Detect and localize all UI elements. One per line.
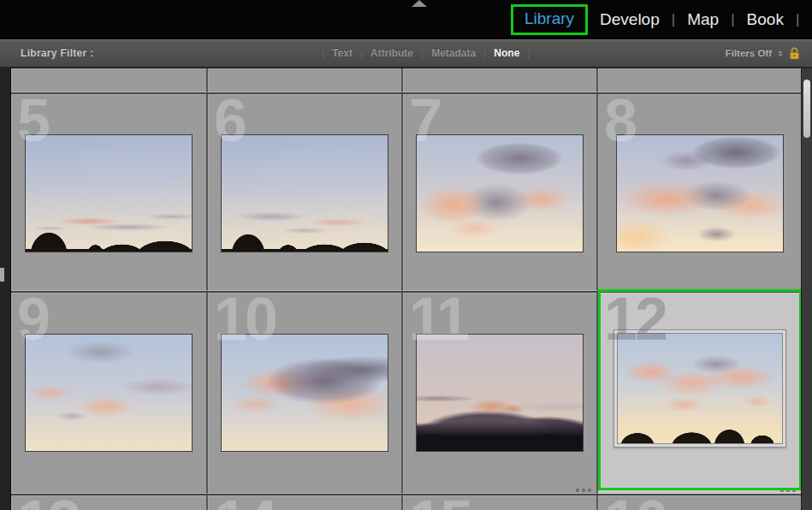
grid-cell-5[interactable]: 5 — [11, 94, 206, 291]
grid-row-partial-top — [11, 68, 801, 92]
grid-row-9-12: 9 10 11 12 — [11, 293, 801, 494]
filter-separator: | — [360, 47, 363, 59]
grid-cell-10[interactable]: 10 — [208, 293, 401, 494]
photo-thumbnail-12[interactable] — [617, 333, 783, 444]
photo-thumbnail-11[interactable] — [416, 334, 584, 452]
filters-off-dropdown[interactable]: Filters Off — [726, 48, 772, 58]
top-panel-toggle-icon[interactable] — [412, 0, 427, 7]
library-annotation-box: Library — [511, 4, 588, 35]
right-scrollbar-thumb[interactable] — [803, 80, 810, 138]
filter-separator: | — [483, 47, 486, 59]
module-tab-book[interactable]: Book — [747, 10, 784, 29]
module-picker: Library Develop | Map | Book | S — [511, 0, 812, 39]
left-scrollbar-thumb[interactable] — [0, 268, 4, 282]
photo-thumbnail-6[interactable] — [221, 134, 388, 252]
library-filter-label: Library Filter : — [21, 47, 93, 59]
filter-option-attribute[interactable]: Attribute — [370, 47, 413, 59]
grid-cell-14[interactable]: 14 — [208, 495, 401, 510]
photo-thumbnail-7[interactable] — [416, 134, 584, 252]
module-separator: | — [672, 11, 675, 28]
library-grid: 5 6 7 8 9 10 11 12 — [11, 68, 801, 510]
thumbnail-badge-dots-icon — [576, 489, 591, 492]
module-separator: | — [796, 11, 799, 28]
module-tab-develop[interactable]: Develop — [600, 10, 660, 29]
grid-cell-partial[interactable] — [598, 68, 801, 92]
grid-row-13-16-partial: 13 14 15 16 — [11, 495, 801, 510]
grid-cell-16[interactable]: 16 — [598, 495, 801, 510]
module-separator: | — [731, 11, 734, 28]
filter-options: | Text | Attribute | Metadata | None | — [322, 47, 530, 59]
grid-cell-7[interactable]: 7 — [403, 94, 596, 291]
grid-cell-partial[interactable] — [11, 68, 206, 92]
filter-lock-icon[interactable] — [789, 47, 800, 60]
right-scrollbar-track[interactable] — [801, 68, 812, 510]
grid-cell-partial[interactable] — [403, 68, 596, 92]
filter-separator: | — [421, 47, 424, 59]
grid-row-5-8: 5 6 7 8 — [11, 94, 801, 291]
photo-thumbnail-5[interactable] — [25, 134, 193, 252]
thumbnail-badge-dots-icon — [780, 489, 796, 492]
filter-status-group: Filters Off — [726, 39, 800, 67]
filters-dropdown-carets-icon — [778, 50, 783, 56]
filter-option-none[interactable]: None — [494, 47, 519, 59]
grid-cell-12-selected[interactable]: 12 — [598, 293, 801, 494]
photo-thumbnail-9[interactable] — [25, 334, 193, 452]
left-panel-collapsed-strip[interactable] — [0, 39, 11, 510]
module-tab-library[interactable]: Library — [525, 9, 574, 27]
grid-cell-11[interactable]: 11 — [403, 293, 596, 494]
filter-option-text[interactable]: Text — [332, 47, 353, 59]
top-module-bar: Library Develop | Map | Book | S — [0, 0, 812, 39]
grid-cell-13[interactable]: 13 — [11, 495, 206, 510]
grid-cell-15[interactable]: 15 — [403, 495, 596, 510]
filter-separator: | — [527, 47, 530, 59]
module-tab-map[interactable]: Map — [687, 10, 719, 29]
selected-photo-frame — [613, 329, 786, 448]
grid-cell-6[interactable]: 6 — [208, 94, 401, 291]
photo-thumbnail-8[interactable] — [616, 134, 784, 252]
library-filter-bar: Library Filter : | Text | Attribute | Me… — [0, 39, 812, 68]
filter-option-metadata[interactable]: Metadata — [431, 47, 476, 59]
grid-cell-9[interactable]: 9 — [11, 293, 206, 494]
grid-cell-8[interactable]: 8 — [598, 94, 801, 291]
photo-thumbnail-10[interactable] — [221, 334, 388, 452]
filter-separator: | — [322, 47, 324, 59]
grid-cell-partial[interactable] — [208, 68, 401, 92]
